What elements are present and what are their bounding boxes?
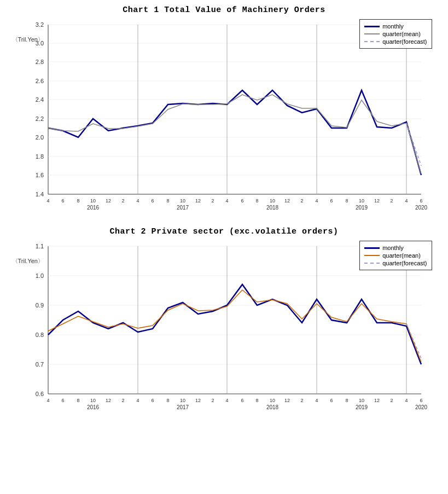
- svg-text:1.0: 1.0: [35, 272, 43, 279]
- svg-text:6: 6: [241, 198, 243, 204]
- chart2-legend-item-quarter-forecast: quarter(forecast): [364, 260, 427, 266]
- chart2-title: Chart 2 Private sector (exc.volatile ord…: [11, 227, 438, 236]
- svg-text:2019: 2019: [355, 404, 368, 410]
- svg-text:2: 2: [121, 198, 124, 204]
- svg-text:12: 12: [284, 398, 289, 403]
- chart2-quarter-forecast-line: [406, 324, 421, 358]
- svg-text:0.7: 0.7: [35, 361, 43, 368]
- svg-text:2: 2: [390, 198, 393, 204]
- svg-text:2.6: 2.6: [35, 78, 43, 84]
- svg-text:6: 6: [61, 398, 64, 403]
- svg-text:8: 8: [166, 198, 169, 204]
- svg-text:6: 6: [420, 398, 422, 403]
- chart1-y-label: 〈Tril.Yen〉: [12, 36, 44, 44]
- monthly-line-icon: [364, 26, 380, 27]
- svg-text:4: 4: [136, 398, 139, 403]
- chart2-quarter-forecast-line-icon: [364, 263, 380, 264]
- chart2-legend-quarter-mean-label: quarter(mean): [382, 252, 421, 259]
- chart2-area: monthly quarter(mean) quarter(forecast) …: [11, 241, 438, 416]
- svg-text:4: 4: [225, 398, 228, 403]
- svg-text:10: 10: [358, 398, 364, 403]
- chart1-legend: monthly quarter(mean) quarter(forecast): [359, 19, 432, 49]
- chart2-monthly-line: [48, 284, 421, 364]
- chart1-monthly-line: [48, 90, 421, 175]
- svg-text:6: 6: [151, 398, 154, 403]
- svg-text:6: 6: [241, 398, 243, 403]
- svg-text:12: 12: [195, 198, 200, 204]
- legend-quarter-mean-label: quarter(mean): [382, 31, 421, 37]
- svg-text:8: 8: [77, 398, 79, 403]
- legend-quarter-forecast-label: quarter(forecast): [382, 38, 427, 45]
- svg-text:2: 2: [300, 198, 303, 204]
- chart2-y-label: 〈Tril.Yen〉: [12, 257, 44, 265]
- svg-text:1.1: 1.1: [35, 243, 43, 249]
- svg-text:4: 4: [225, 198, 228, 204]
- chart2-legend-item-quarter-mean: quarter(mean): [364, 252, 427, 259]
- svg-text:6: 6: [330, 198, 333, 204]
- svg-text:2019: 2019: [355, 205, 368, 211]
- svg-text:10: 10: [90, 198, 95, 204]
- chart1-quarter-mean-line: [48, 95, 421, 174]
- svg-text:6: 6: [420, 198, 422, 204]
- chart1-svg: 3.2 3.0 2.8 2.6 2.4 2.2 2.0: [11, 19, 438, 216]
- chart2-monthly-line-icon: [364, 247, 380, 249]
- svg-text:1.8: 1.8: [35, 153, 43, 160]
- svg-text:10: 10: [179, 198, 185, 204]
- chart2-legend-item-monthly: monthly: [364, 245, 427, 251]
- svg-text:2017: 2017: [176, 205, 189, 211]
- chart2-legend-monthly-label: monthly: [382, 245, 404, 251]
- svg-text:8: 8: [255, 198, 258, 204]
- svg-text:10: 10: [269, 198, 275, 204]
- chart1-title: Chart 1 Total Value of Machinery Orders: [11, 5, 438, 15]
- page: Chart 1 Total Value of Machinery Orders …: [0, 0, 448, 432]
- svg-text:0.6: 0.6: [35, 391, 43, 397]
- quarter-mean-line-icon: [364, 33, 380, 34]
- chart2-quarter-mean-line-icon: [364, 255, 380, 256]
- svg-text:12: 12: [374, 398, 379, 403]
- quarter-forecast-line-icon: [364, 41, 380, 42]
- chart2-container: Chart 2 Private sector (exc.volatile ord…: [11, 227, 438, 416]
- svg-text:2.8: 2.8: [35, 59, 43, 65]
- svg-text:6: 6: [330, 398, 333, 403]
- svg-text:0.8: 0.8: [35, 332, 43, 338]
- svg-text:12: 12: [195, 398, 200, 403]
- svg-text:10: 10: [90, 398, 95, 403]
- svg-text:2: 2: [390, 398, 393, 403]
- chart2-legend-quarter-forecast-label: quarter(forecast): [382, 260, 427, 266]
- svg-text:4: 4: [46, 398, 49, 403]
- svg-text:4: 4: [315, 398, 318, 403]
- chart2-legend: monthly quarter(mean) quarter(forecast): [359, 241, 432, 270]
- svg-text:12: 12: [105, 398, 110, 403]
- svg-text:6: 6: [61, 198, 64, 204]
- chart1-area: monthly quarter(mean) quarter(forecast) …: [11, 19, 438, 216]
- svg-text:3.2: 3.2: [35, 21, 43, 28]
- svg-text:1.4: 1.4: [35, 191, 43, 197]
- svg-text:12: 12: [105, 198, 110, 204]
- svg-text:2.0: 2.0: [35, 134, 43, 141]
- svg-text:2018: 2018: [266, 404, 278, 410]
- svg-text:10: 10: [269, 398, 275, 403]
- svg-text:10: 10: [179, 398, 185, 403]
- svg-text:8: 8: [255, 398, 258, 403]
- legend-item-monthly: monthly: [364, 23, 427, 30]
- svg-text:12: 12: [284, 198, 289, 204]
- svg-text:0.9: 0.9: [35, 302, 43, 309]
- svg-text:2.2: 2.2: [35, 115, 43, 122]
- svg-text:2: 2: [300, 398, 303, 403]
- svg-text:4: 4: [315, 198, 318, 204]
- svg-text:8: 8: [345, 398, 348, 403]
- svg-text:10: 10: [358, 198, 364, 204]
- svg-text:12: 12: [374, 198, 379, 204]
- svg-text:4: 4: [405, 398, 408, 403]
- svg-text:4: 4: [46, 198, 49, 204]
- legend-monthly-label: monthly: [382, 23, 404, 30]
- svg-text:2.4: 2.4: [35, 96, 43, 103]
- chart1-container: Chart 1 Total Value of Machinery Orders …: [11, 5, 438, 216]
- chart1-quarter-forecast-line: [406, 123, 421, 166]
- legend-item-quarter-mean: quarter(mean): [364, 31, 427, 37]
- svg-text:2020: 2020: [415, 205, 427, 211]
- chart2-quarter-mean-line: [48, 290, 421, 362]
- svg-text:8: 8: [77, 198, 79, 204]
- svg-text:4: 4: [405, 198, 408, 204]
- svg-text:2016: 2016: [86, 404, 99, 410]
